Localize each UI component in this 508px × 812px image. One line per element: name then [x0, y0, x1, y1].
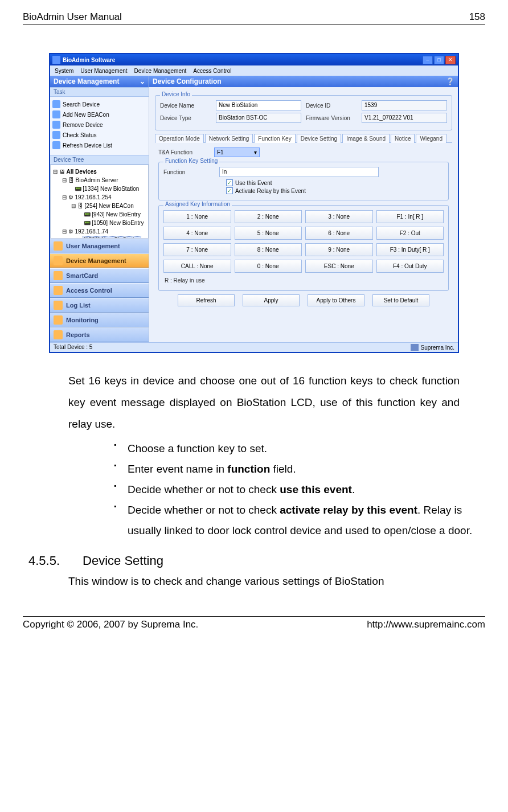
page-header: BioAdmin User Manual 158	[23, 11, 485, 24]
checkbox-icon: ✓	[226, 187, 233, 194]
suprema-logo-icon	[411, 344, 419, 351]
device-tree[interactable]: ⊟ 🖥 All Devices ⊟ 🗄 BioAdmin Server 📟 [1…	[50, 165, 149, 239]
window-titlebar[interactable]: BioAdmin Software – □ ✕	[50, 54, 458, 65]
key-4[interactable]: 4 : None	[163, 227, 231, 240]
monitor-icon	[54, 315, 63, 325]
status-bar: Total Device : 5 Suprema Inc.	[50, 342, 458, 352]
apply-to-others-button[interactable]: Apply to Others	[308, 294, 364, 306]
task-add-beacon[interactable]: Add New BEACon	[52, 109, 146, 120]
refresh-button[interactable]: Refresh	[178, 294, 235, 306]
ta-function-select[interactable]: F1 ▾	[214, 147, 260, 157]
task-label: Remove Device	[63, 122, 103, 128]
key-7[interactable]: 7 : None	[163, 243, 231, 256]
tree-node[interactable]: ⊟ ⚙ 192.168.1.254	[53, 193, 146, 202]
task-label: Search Device	[63, 101, 100, 108]
device-info-legend: Device Info	[160, 91, 192, 97]
minimize-button[interactable]: –	[423, 56, 433, 64]
menu-device-management[interactable]: Device Management	[134, 68, 187, 74]
nav-reports[interactable]: Reports	[50, 327, 149, 342]
tab-notice[interactable]: Notice	[391, 134, 415, 143]
bioadmin-window: BioAdmin Software – □ ✕ System User Mana…	[49, 53, 459, 353]
tree-node[interactable]: 📟 [1050] New BioEntry	[53, 219, 146, 227]
tab-wiegand[interactable]: Wiegand	[416, 134, 446, 143]
use-this-event-checkbox[interactable]: ✓ Use this Event	[226, 179, 444, 186]
key-8[interactable]: 8 : None	[235, 243, 302, 256]
device-icon	[54, 256, 63, 265]
key-1[interactable]: 1 : None	[163, 210, 231, 223]
key-0[interactable]: 0 : None	[235, 260, 302, 273]
help-icon[interactable]: ❔	[446, 77, 454, 85]
fks-legend: Function Key Setting	[163, 158, 219, 164]
lock-icon	[54, 286, 63, 295]
right-pane: Device Configuration ❔ Device Info Devic…	[149, 76, 458, 342]
tree-node[interactable]: ⊟ 🗄 [254] New BEACon	[53, 202, 146, 210]
tree-root[interactable]: ⊟ 🖥 All Devices	[53, 167, 146, 176]
set-to-default-button[interactable]: Set to Default	[372, 294, 429, 306]
tab-network-setting[interactable]: Network Setting	[205, 134, 253, 143]
nav-log-list[interactable]: Log List	[50, 298, 149, 313]
maximize-button[interactable]: □	[434, 56, 444, 64]
tree-node[interactable]: ⊟ 🗄 BioAdmin Server	[53, 176, 146, 184]
section-heading: 4.5.5. Device Setting	[28, 553, 485, 568]
apply-button[interactable]: Apply	[243, 294, 300, 306]
task-remove-device[interactable]: Remove Device	[52, 120, 146, 130]
task-search-device[interactable]: Search Device	[52, 99, 146, 109]
function-label: Function	[163, 169, 215, 175]
tab-image-sound[interactable]: Image & Sound	[342, 134, 390, 143]
activate-relay-checkbox[interactable]: ✓ Activate Relay by this Event	[226, 187, 444, 194]
menu-access-control[interactable]: Access Control	[193, 68, 231, 74]
nav-label: Reports	[66, 331, 90, 338]
tab-function-key[interactable]: Function Key	[254, 134, 295, 143]
device-type-label: Device Type	[160, 115, 211, 121]
nav-device-management[interactable]: Device Management	[50, 253, 149, 268]
key-f4[interactable]: F4 : Out Duty	[376, 260, 444, 273]
section-title: Device Setting	[83, 553, 163, 568]
window-title: BioAdmin Software	[63, 57, 423, 63]
function-key-setting-group: Function Key Setting Function In ✓ Use t…	[158, 162, 449, 200]
key-6[interactable]: 6 : None	[305, 227, 373, 240]
tree-node[interactable]: 📟 [943] New BioEntry	[53, 210, 146, 219]
page-number: 158	[469, 11, 485, 23]
key-call[interactable]: CALL : None	[163, 260, 231, 273]
footer-url: http://www.supremainc.com	[367, 619, 485, 630]
nav-label: Device Management	[66, 257, 126, 264]
tab-operation-mode[interactable]: Operation Mode	[155, 134, 204, 143]
function-field[interactable]: In	[219, 167, 379, 177]
key-2[interactable]: 2 : None	[235, 210, 302, 223]
tree-node[interactable]: ⊟ ⚙ 192.168.1.74	[53, 227, 146, 236]
status-company: Suprema Inc.	[421, 345, 454, 351]
nav-access-control[interactable]: Access Control	[50, 283, 149, 298]
tab-device-setting[interactable]: Device Setting	[297, 134, 341, 143]
key-f1[interactable]: F1 : In[ R ]	[376, 210, 444, 223]
collapse-icon[interactable]: ⌄	[140, 77, 145, 85]
key-esc[interactable]: ESC : None	[305, 260, 373, 273]
key-f2[interactable]: F2 : Out	[376, 227, 444, 240]
key-f3[interactable]: F3 : In Duty[ R ]	[376, 243, 444, 256]
card-icon	[54, 271, 63, 280]
relay-in-use-note: R : Relay in use	[165, 277, 444, 284]
report-icon	[54, 330, 63, 339]
menu-user-management[interactable]: User Management	[80, 68, 127, 74]
close-button[interactable]: ✕	[445, 56, 456, 64]
function-key-panel: T&A Function F1 ▾ Function Key Setting F…	[155, 142, 452, 311]
nav-smartcard[interactable]: SmartCard	[50, 268, 149, 283]
tree-node[interactable]: 📟 [1334] New BioStation	[53, 184, 146, 193]
menu-system[interactable]: System	[55, 68, 73, 74]
task-check-status[interactable]: Check Status	[52, 130, 146, 140]
remove-icon	[52, 121, 60, 129]
nav-label: Access Control	[66, 287, 112, 294]
page-footer: Copyright © 2006, 2007 by Suprema Inc. h…	[23, 616, 485, 630]
user-icon	[54, 241, 63, 251]
nav-monitoring[interactable]: Monitoring	[50, 313, 149, 327]
nav-user-management[interactable]: User Management	[50, 239, 149, 253]
plus-icon	[52, 110, 60, 118]
bullet-list: Choose a function key to set. Enter even…	[91, 438, 485, 541]
device-name-field[interactable]: New BioStation	[216, 100, 301, 110]
key-9[interactable]: 9 : None	[305, 243, 373, 256]
key-3[interactable]: 3 : None	[305, 210, 373, 223]
task-refresh-device-list[interactable]: Refresh Device List	[52, 140, 146, 150]
key-5[interactable]: 5 : None	[235, 227, 302, 240]
section-body: This window is to check and change vario…	[68, 575, 460, 588]
bullet-item: Decide whether or not to check use this …	[114, 479, 485, 500]
assigned-key-info-group: Assigned Key Information 1 : None 2 : No…	[158, 205, 449, 291]
